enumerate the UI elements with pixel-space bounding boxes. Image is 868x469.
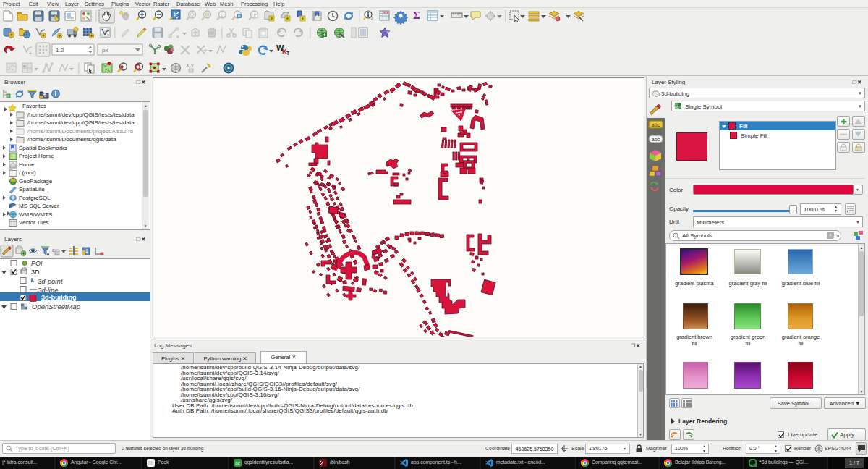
svg-text:1:1: 1:1	[221, 13, 227, 17]
svg-text:T: T	[286, 51, 290, 56]
svg-text:X,Y: X,Y	[186, 63, 195, 68]
svg-text:ε: ε	[52, 247, 55, 253]
svg-text:oc: oc	[235, 461, 239, 465]
svg-text:1.2: 1.2	[56, 47, 64, 54]
svg-text:abc: abc	[652, 122, 660, 127]
svg-text:px: px	[102, 47, 108, 54]
svg-text:abc: abc	[652, 137, 660, 142]
svg-text:Σ: Σ	[413, 9, 420, 21]
svg-text:2: 2	[370, 16, 373, 21]
